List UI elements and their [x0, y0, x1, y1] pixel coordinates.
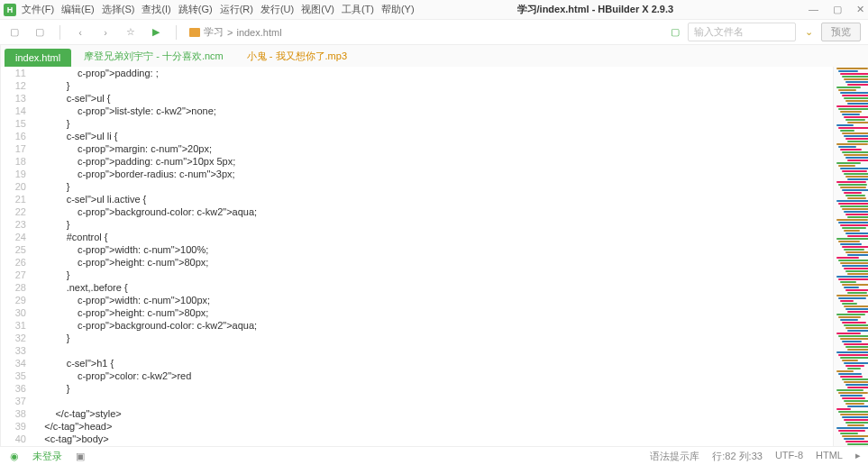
folder-icon — [189, 28, 200, 37]
save-icon[interactable]: ▢ — [32, 25, 47, 40]
statusbar: ◉ 未登录 ▣ 语法提示库 行:82 列:33 UTF-8 HTML ▸ — [0, 446, 868, 465]
star-icon[interactable]: ☆ — [123, 25, 138, 40]
menu-item[interactable]: 文件(F) — [18, 3, 58, 15]
minimap[interactable] — [833, 67, 868, 446]
menu-item[interactable]: 运行(R) — [216, 3, 257, 15]
user-icon[interactable]: ◉ — [7, 449, 22, 463]
menu-item[interactable]: 帮助(Y) — [378, 3, 418, 15]
forward-icon[interactable]: › — [98, 25, 113, 40]
close-button[interactable]: ✕ — [856, 4, 864, 15]
new-file2-icon[interactable]: ▢ — [668, 25, 682, 40]
editor-tabs: index.html摩登兄弟刘宇宁 - 十分喜欢.ncm小鬼 - 我又想你了.m… — [1, 45, 868, 67]
more-icon[interactable]: ▸ — [855, 450, 861, 463]
menu-item[interactable]: 编辑(E) — [58, 3, 98, 15]
maximize-button[interactable]: ▢ — [833, 4, 842, 15]
search-input[interactable]: 输入文件名 — [688, 23, 796, 41]
menu-item[interactable]: 发行(U) — [257, 3, 297, 15]
login-status[interactable]: 未登录 — [32, 450, 62, 463]
run-icon[interactable]: ▶ — [149, 25, 163, 40]
menu-item[interactable]: 工具(T) — [338, 3, 378, 15]
filter-icon[interactable]: ⌄ — [801, 25, 816, 40]
encoding[interactable]: UTF-8 — [775, 450, 803, 463]
new-file-icon[interactable]: ▢ — [7, 25, 22, 40]
language-mode[interactable]: HTML — [816, 450, 843, 463]
menu-item[interactable]: 跳转(G) — [175, 3, 216, 15]
editor-tab[interactable]: index.html — [5, 49, 71, 67]
editor-tab[interactable]: 摩登兄弟刘宇宁 - 十分喜欢.ncm — [73, 46, 234, 67]
menubar: H 文件(F)编辑(E)选择(S)查找(I)跳转(G)运行(R)发行(U)视图(… — [0, 0, 868, 20]
menu-item[interactable]: 选择(S) — [98, 3, 139, 15]
toolbar: ▢ ▢ ‹ › ☆ ▶ 学习 > index.html ▢ 输入文件名 ⌄ 预览 — [0, 20, 868, 45]
back-icon[interactable]: ‹ — [73, 25, 87, 40]
syntax-label[interactable]: 语法提示库 — [650, 450, 699, 463]
terminal-icon[interactable]: ▣ — [73, 449, 87, 463]
cursor-position: 行:82 列:33 — [712, 450, 763, 463]
menu-item[interactable]: 查找(I) — [138, 3, 174, 15]
code-editor[interactable]: 1112131415161718192021222324252627282930… — [1, 67, 868, 446]
preview-button[interactable]: 预览 — [821, 23, 861, 41]
minimize-button[interactable]: — — [809, 4, 818, 15]
menu-item[interactable]: 视图(V) — [297, 3, 338, 15]
breadcrumb[interactable]: 学习 > index.html — [189, 25, 282, 39]
window-title: 学习/index.html - HBuilder X 2.9.3 — [420, 3, 807, 16]
editor-tab[interactable]: 小鬼 - 我又想你了.mp3 — [236, 46, 358, 67]
app-logo-icon: H — [4, 4, 16, 16]
